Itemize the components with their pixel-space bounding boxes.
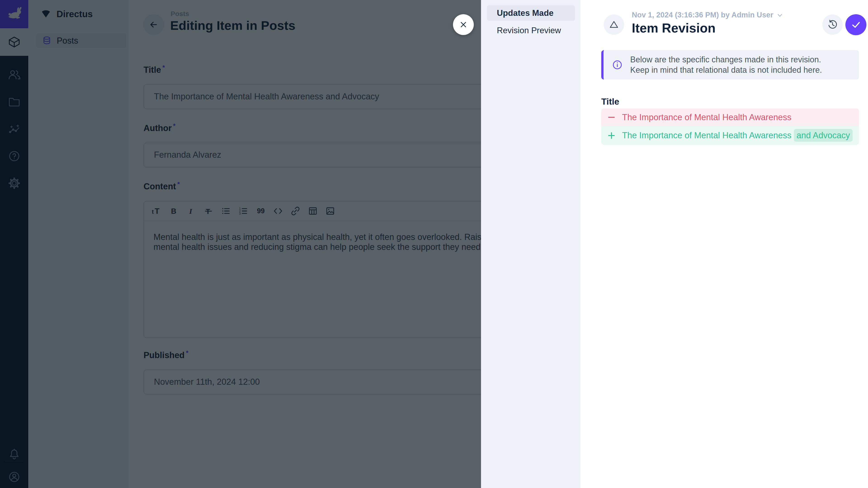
revision-meta-dropdown[interactable]: Nov 1, 2024 (3:16:36 PM) by Admin User	[632, 11, 783, 19]
diff-row-removed: The Importance of Mental Health Awarenes…	[601, 108, 859, 126]
revision-type-badge	[604, 14, 624, 35]
plus-icon	[607, 131, 616, 140]
check-icon	[851, 20, 861, 30]
info-icon	[612, 59, 623, 70]
revision-drawer: Nov 1, 2024 (3:16:36 PM) by Admin User I…	[581, 0, 868, 488]
diff-row-added: The Importance of Mental Health Awarenes…	[601, 126, 859, 145]
close-drawer-button[interactable]	[453, 14, 474, 35]
triangle-up-icon	[609, 20, 619, 30]
drawer-heading: Nov 1, 2024 (3:16:36 PM) by Admin User I…	[632, 11, 783, 35]
chevron-down-icon	[776, 12, 783, 19]
revert-history-button[interactable]	[822, 14, 843, 35]
drawer-nav: Updates Made Revision Preview	[481, 0, 581, 488]
diff-field-label: Title	[601, 97, 619, 107]
info-notice-text: Below are the specific changes made in t…	[630, 55, 822, 75]
drawer-nav-item-revision-preview[interactable]: Revision Preview	[487, 23, 575, 38]
close-icon	[458, 20, 468, 30]
drawer-title: Item Revision	[632, 21, 783, 35]
minus-icon	[607, 113, 616, 122]
revision-meta-text: Nov 1, 2024 (3:16:36 PM) by Admin User	[632, 11, 773, 19]
drawer-nav-item-updates-made[interactable]: Updates Made	[487, 5, 575, 21]
diff-box: The Importance of Mental Health Awarenes…	[601, 108, 859, 145]
history-icon	[827, 19, 838, 30]
diff-added-highlight: and Advocacy	[794, 129, 853, 142]
diff-added-text: The Importance of Mental Health Awarenes…	[622, 131, 852, 140]
diff-removed-text: The Importance of Mental Health Awarenes…	[622, 112, 792, 122]
drawer-overlay[interactable]	[0, 0, 481, 488]
confirm-button[interactable]	[845, 14, 866, 35]
info-notice: Below are the specific changes made in t…	[601, 50, 859, 79]
